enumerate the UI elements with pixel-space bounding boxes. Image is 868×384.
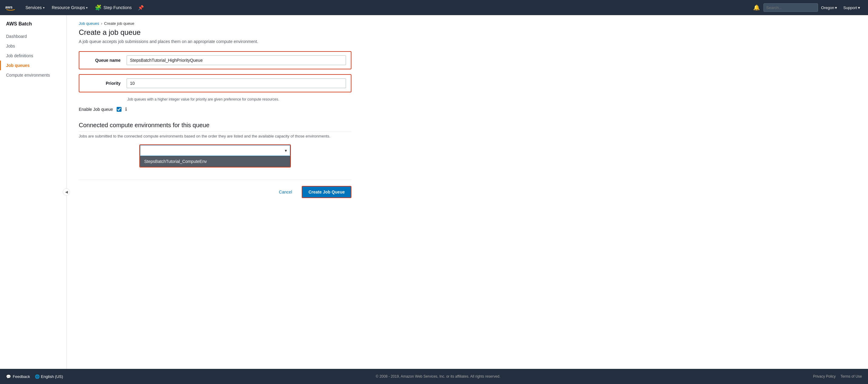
step-functions-nav[interactable]: 🧩 Step Functions xyxy=(91,4,135,11)
resource-groups-menu[interactable]: Resource Groups ▾ xyxy=(48,0,92,15)
sidebar: AWS Batch Dashboard Jobs Job definitions… xyxy=(0,15,67,369)
top-navigation: aws Services ▾ Resource Groups ▾ 🧩 Step … xyxy=(0,0,868,15)
aws-logo[interactable]: aws xyxy=(5,2,17,13)
resource-groups-chevron-icon: ▾ xyxy=(86,6,88,9)
sidebar-item-compute-environments[interactable]: Compute environments xyxy=(0,70,66,80)
enable-job-queue-checkbox[interactable] xyxy=(117,107,122,112)
breadcrumb: Job queues › Create job queue xyxy=(79,21,856,26)
sidebar-item-job-queues[interactable]: Job queues xyxy=(0,61,66,70)
breadcrumb-parent-link[interactable]: Job queues xyxy=(79,21,99,26)
sidebar-item-dashboard[interactable]: Dashboard xyxy=(0,32,66,41)
footer: 💬 Feedback 🌐 English (US) © 2008 - 2019,… xyxy=(0,369,868,384)
enable-job-queue-row: Enable Job queue ℹ xyxy=(79,106,351,112)
priority-label: Priority xyxy=(84,81,127,86)
sidebar-collapse-button[interactable]: ◀ xyxy=(63,188,70,196)
cancel-button[interactable]: Cancel xyxy=(274,187,297,197)
priority-row: Priority xyxy=(79,74,351,92)
footer-right: Privacy Policy Terms of Use xyxy=(813,374,862,379)
globe-icon: 🌐 xyxy=(35,374,40,379)
page-title: Create a job queue xyxy=(79,28,856,37)
feedback-button[interactable]: 💬 Feedback xyxy=(6,374,30,379)
services-menu[interactable]: Services ▾ xyxy=(22,0,48,15)
enable-job-queue-label: Enable Job queue xyxy=(79,107,113,112)
footer-left: 💬 Feedback 🌐 English (US) xyxy=(6,374,63,379)
compute-env-dropdown-trigger[interactable]: ▾ xyxy=(140,145,290,156)
compute-env-selected-option[interactable]: StepsBatchTutorial_ComputeEnv xyxy=(140,156,290,167)
pin-icon[interactable]: 📌 xyxy=(135,5,146,10)
compute-environments-section-title: Connected compute environments for this … xyxy=(79,122,351,131)
chat-icon: 💬 xyxy=(6,374,11,379)
action-row: Cancel Create Job Queue xyxy=(79,180,351,198)
sidebar-item-jobs[interactable]: Jobs xyxy=(0,41,66,51)
priority-hint: Job queues with a higher integer value f… xyxy=(127,97,351,101)
support-menu[interactable]: Support ▾ xyxy=(840,5,863,10)
svg-text:aws: aws xyxy=(5,5,12,9)
page-description: A job queue accepts job submissions and … xyxy=(79,39,856,44)
notifications-bell-icon[interactable]: 🔔 xyxy=(749,4,764,11)
support-chevron-icon: ▾ xyxy=(858,5,860,10)
breadcrumb-separator: › xyxy=(101,21,102,26)
info-icon[interactable]: ℹ xyxy=(125,106,127,112)
main-layout: AWS Batch Dashboard Jobs Job definitions… xyxy=(0,15,868,369)
region-chevron-icon: ▾ xyxy=(835,5,837,10)
privacy-policy-link[interactable]: Privacy Policy xyxy=(813,374,836,379)
dropdown-chevron-icon: ▾ xyxy=(285,148,287,153)
terms-of-use-link[interactable]: Terms of Use xyxy=(840,374,862,379)
queue-name-row: Queue name xyxy=(79,51,351,69)
queue-name-label: Queue name xyxy=(84,58,127,63)
create-job-queue-form: Queue name Priority Job queues with a hi… xyxy=(79,51,351,198)
nav-search-input[interactable] xyxy=(764,3,818,12)
queue-name-input[interactable] xyxy=(127,56,346,65)
language-selector[interactable]: 🌐 English (US) xyxy=(35,374,63,379)
compute-env-dropdown-container: ▾ StepsBatchTutorial_ComputeEnv xyxy=(140,145,291,167)
priority-input[interactable] xyxy=(127,78,346,88)
sidebar-item-job-definitions[interactable]: Job definitions xyxy=(0,51,66,61)
sidebar-title: AWS Batch xyxy=(0,21,66,32)
breadcrumb-current: Create job queue xyxy=(104,21,134,26)
region-selector[interactable]: Oregon ▾ xyxy=(818,5,840,10)
services-chevron-icon: ▾ xyxy=(43,6,44,9)
compute-env-dropdown-wrapper: ▾ StepsBatchTutorial_ComputeEnv xyxy=(140,145,291,167)
create-job-queue-button[interactable]: Create Job Queue xyxy=(302,186,351,198)
footer-copyright: © 2008 - 2019, Amazon Web Services, Inc.… xyxy=(63,374,813,379)
main-content: Job queues › Create job queue Create a j… xyxy=(67,15,868,369)
compute-environments-section-desc: Jobs are submitted to the connected comp… xyxy=(79,134,351,138)
